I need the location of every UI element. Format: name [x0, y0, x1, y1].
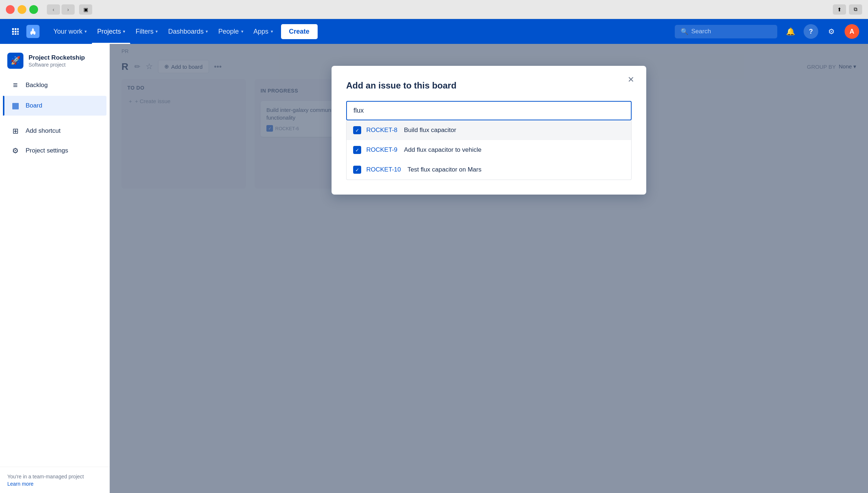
chevron-down-icon: ▾	[156, 29, 158, 34]
sidebar-learn-more-link[interactable]: Learn more	[7, 481, 34, 487]
close-traffic-light[interactable]	[6, 5, 15, 14]
sidebar-footer-text: You're in a team-managed project	[7, 473, 102, 481]
nav-item-dashboards[interactable]: Dashboards ▾	[163, 23, 213, 39]
grid-menu-icon[interactable]	[9, 25, 22, 38]
modal-title: Add an issue to this board	[346, 80, 632, 91]
result-name: Build flux capacitor	[404, 127, 456, 134]
sidebar-label-project-settings: Project settings	[26, 147, 68, 154]
maximize-traffic-light[interactable]	[29, 5, 38, 14]
sidebar-label-board: Board	[26, 102, 42, 109]
result-id: ROCKET-10	[366, 166, 401, 173]
svg-rect-6	[12, 33, 14, 35]
sidebar-label-backlog: Backlog	[26, 82, 48, 89]
help-button[interactable]: ?	[804, 24, 818, 39]
sidebar-item-board[interactable]: ▦ Board	[3, 96, 106, 116]
chevron-down-icon: ▾	[123, 29, 125, 34]
result-id: ROCKET-9	[366, 146, 397, 154]
back-arrow-button[interactable]: ‹	[47, 4, 60, 15]
search-icon: 🔍	[681, 28, 688, 35]
sidebar-project-header: 🚀 Project Rocketship Software project	[0, 44, 109, 75]
svg-rect-0	[12, 28, 14, 30]
svg-rect-7	[15, 33, 16, 35]
modal-results-list: ✓ ROCKET-8 Build flux capacitor ✓ ROCKET…	[346, 120, 632, 180]
nav-item-yourwork[interactable]: Your work ▾	[48, 23, 92, 39]
nav-label-dashboards: Dashboards	[168, 28, 203, 35]
result-checkbox-icon: ✓	[353, 146, 361, 154]
sidebar-footer: You're in a team-managed project Learn m…	[0, 467, 109, 493]
modal-close-button[interactable]: ✕	[624, 73, 637, 86]
sidebar-item-project-settings[interactable]: ⚙ Project settings	[3, 141, 106, 160]
create-button[interactable]: Create	[281, 24, 318, 39]
settings-button[interactable]: ⚙	[824, 24, 839, 39]
backlog-icon: ≡	[10, 80, 20, 90]
nav-item-apps[interactable]: Apps ▾	[248, 23, 278, 39]
nav-item-projects[interactable]: Projects ▾	[92, 23, 130, 39]
nav-item-filters[interactable]: Filters ▾	[130, 23, 163, 39]
nav-label-yourwork: Your work	[53, 28, 82, 35]
sidebar-item-backlog[interactable]: ≡ Backlog	[3, 75, 106, 95]
nav-label-people: People	[218, 28, 239, 35]
svg-rect-5	[17, 31, 19, 33]
content-area: PR R ✏ ☆ ⊕ Add to board ••• GROUP BY Non…	[110, 44, 868, 493]
chevron-down-icon: ▾	[241, 29, 243, 34]
topnav-right-section: 🔍 Search 🔔 ? ⚙ A	[675, 24, 859, 39]
forward-arrow-button[interactable]: ›	[61, 4, 75, 15]
top-navigation: Your work ▾ Projects ▾ Filters ▾ Dashboa…	[0, 19, 868, 44]
title-bar-right: ⬆ ⧉	[833, 4, 862, 15]
nav-label-filters: Filters	[135, 28, 153, 35]
result-checkbox-icon: ✓	[353, 166, 361, 174]
svg-point-11	[30, 31, 33, 35]
nav-label-projects: Projects	[97, 28, 121, 35]
modal-overlay[interactable]: Add an issue to this board ✕ ✓ ROCKET-8 …	[110, 44, 868, 493]
app-logo[interactable]	[26, 25, 40, 38]
main-layout: 🚀 Project Rocketship Software project ≡ …	[0, 44, 868, 493]
add-shortcut-icon: ⊞	[10, 127, 20, 135]
modal-search-input[interactable]	[346, 101, 632, 120]
project-type: Software project	[29, 62, 102, 68]
project-icon: 🚀	[7, 53, 23, 69]
project-info: Project Rocketship Software project	[29, 54, 102, 68]
search-bar[interactable]: 🔍 Search	[675, 25, 777, 38]
user-avatar[interactable]: A	[845, 24, 859, 39]
fullscreen-button[interactable]: ⧉	[849, 4, 862, 15]
chevron-down-icon: ▾	[206, 29, 208, 34]
search-placeholder-text: Search	[691, 28, 711, 35]
result-checkbox-icon: ✓	[353, 126, 361, 134]
svg-rect-3	[12, 31, 14, 33]
svg-rect-8	[17, 33, 19, 35]
nav-label-apps: Apps	[254, 28, 269, 35]
result-name: Add flux capacitor to vehicle	[404, 146, 482, 154]
title-bar: ‹ › ▣ ⬆ ⧉	[0, 0, 868, 19]
help-icon: ?	[809, 28, 813, 35]
svg-rect-4	[15, 31, 16, 33]
chevron-down-icon: ▾	[271, 29, 273, 34]
sidebar-label-add-shortcut: Add shortcut	[26, 127, 60, 135]
add-issue-modal: Add an issue to this board ✕ ✓ ROCKET-8 …	[332, 66, 646, 195]
svg-rect-2	[17, 28, 19, 30]
window-layout-button[interactable]: ▣	[79, 4, 92, 15]
result-name: Test flux capacitor on Mars	[407, 166, 481, 173]
modal-result-item[interactable]: ✓ ROCKET-9 Add flux capacitor to vehicle	[347, 140, 631, 160]
minimize-traffic-light[interactable]	[18, 5, 26, 14]
modal-result-item[interactable]: ✓ ROCKET-8 Build flux capacitor	[347, 120, 631, 140]
sidebar-item-add-shortcut[interactable]: ⊞ Add shortcut	[3, 121, 106, 140]
result-id: ROCKET-8	[366, 127, 397, 134]
sidebar-nav: ≡ Backlog ▦ Board ⊞ Add shortcut ⚙ Proje…	[0, 75, 109, 467]
project-settings-icon: ⚙	[10, 146, 20, 155]
nav-item-people[interactable]: People ▾	[213, 23, 248, 39]
modal-result-item[interactable]: ✓ ROCKET-10 Test flux capacitor on Mars	[347, 160, 631, 180]
active-indicator	[3, 96, 4, 116]
board-icon: ▦	[10, 101, 20, 110]
svg-point-12	[33, 31, 35, 35]
traffic-lights	[6, 5, 38, 14]
project-name: Project Rocketship	[29, 54, 102, 62]
nav-arrows: ‹ ›	[47, 4, 75, 15]
sidebar: 🚀 Project Rocketship Software project ≡ …	[0, 44, 110, 493]
share-button[interactable]: ⬆	[833, 4, 846, 15]
bell-icon: 🔔	[786, 27, 795, 36]
gear-icon: ⚙	[828, 27, 835, 36]
svg-rect-1	[15, 28, 16, 30]
notifications-button[interactable]: 🔔	[783, 24, 798, 39]
chevron-down-icon: ▾	[85, 29, 87, 34]
